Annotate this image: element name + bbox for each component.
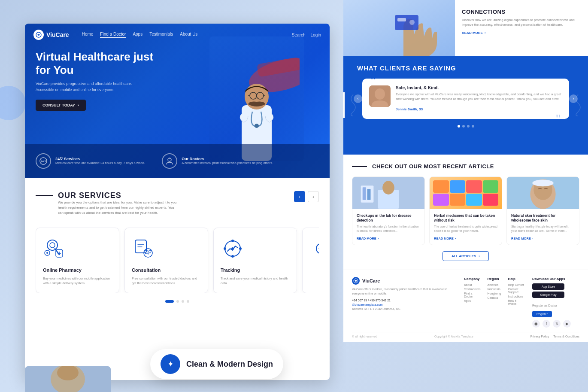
testimonial-next-button[interactable]: ›	[569, 94, 578, 103]
testimonial-dots	[352, 125, 579, 128]
connections-read-more[interactable]: READ MORE ›	[462, 31, 581, 35]
right-panel: CONNECTIONS Discover how we are utilizin…	[343, 0, 588, 392]
dot-4[interactable]	[187, 300, 189, 303]
footer-company-testimonials[interactable]: Testimonials	[464, 288, 481, 291]
footer-instructions[interactable]: Instructions	[508, 295, 525, 298]
footer-region-canada[interactable]: Canada	[488, 296, 501, 299]
svg-point-25	[149, 250, 151, 253]
nav-find-doctor[interactable]: Find a Doctor	[100, 32, 126, 38]
instagram-icon[interactable]: ◉	[532, 320, 540, 328]
tracking-service-name: Tracking	[221, 267, 290, 273]
service-card-tracking[interactable]: Tracking Track and save your medical his…	[213, 228, 297, 293]
footer-phone: +34 567 89 / +99 875 543 21	[352, 299, 457, 302]
article-read-more-2[interactable]: READ MORE ›	[434, 237, 497, 240]
youtube-icon[interactable]: ▶	[563, 320, 571, 328]
footer-help-col: Help Help Center Contact Support Instruc…	[508, 277, 525, 328]
hero-section: ViuCare Home Find a Doctor Apps Testimon…	[25, 24, 330, 178]
stat-doctors-desc: A committed medical professional who pri…	[182, 161, 273, 166]
tracking-icon	[221, 237, 246, 262]
dot-3[interactable]	[182, 300, 184, 303]
stat-247-desc: Medical care who are available 24 hours …	[55, 161, 145, 166]
service-card-consultation[interactable]: Consultation Free consultation with our …	[124, 228, 208, 293]
svg-point-27	[231, 240, 234, 242]
services-section: OUR SERVICES We provide you the options …	[25, 178, 330, 316]
stat-247: 24/7 24/7 Services Medical care who are …	[36, 153, 145, 169]
svg-rect-22	[135, 240, 146, 253]
footer-contact-support[interactable]: Contact Support	[508, 288, 525, 294]
testimonial-card: " Safe, Instant, & Kind. Everyone we spo…	[362, 79, 569, 119]
testimonial-dot-1[interactable]	[458, 125, 460, 128]
service-card-search-partial	[302, 228, 319, 293]
article-read-more-3[interactable]: READ MORE ›	[511, 237, 575, 240]
article-card-2[interactable]: Herbal medicines that can be taken witho…	[429, 176, 502, 245]
footer-privacy[interactable]: Privacy Policy	[530, 335, 549, 338]
service-card-pharmacy[interactable]: Online Pharmacy Buy your medicines with …	[36, 228, 119, 293]
article-read-more-1[interactable]: READ MORE ›	[357, 237, 420, 240]
app-store-badge[interactable]: App Store	[532, 283, 564, 290]
twitter-icon[interactable]: 𝕏	[553, 320, 561, 328]
footer-company-about[interactable]: About	[464, 283, 481, 286]
prev-arrow-button[interactable]: ‹	[294, 191, 305, 202]
section-title-wrapper: OUR SERVICES	[36, 191, 178, 200]
bottom-left-image	[25, 366, 111, 392]
services-grid: Online Pharmacy Buy your medicines with …	[36, 228, 319, 293]
svg-rect-38	[397, 18, 406, 21]
nav-login[interactable]: Login	[311, 33, 321, 37]
article-desc-3: Starting a healthy lifestyle today will …	[511, 225, 575, 233]
stat-247-icon: 24/7	[36, 153, 51, 169]
arrow-icon-1: ›	[378, 237, 379, 240]
arrow-icon-3: ›	[532, 237, 533, 240]
svg-point-31	[231, 247, 234, 250]
footer-company-apps[interactable]: Apps	[464, 299, 481, 302]
testimonials-title: WHAT CLIENTS ARE SAYING	[357, 64, 579, 72]
nav-home[interactable]: Home	[82, 32, 94, 38]
testimonial-title: Safe, Instant, & Kind.	[396, 85, 562, 90]
testimonial-prev-button[interactable]: ‹	[354, 94, 362, 103]
nav-logo[interactable]: ViuCare	[33, 30, 69, 40]
articles-section: CHECK OUT OUR MOST RECENT ARTICLE	[343, 155, 588, 270]
article-card-3[interactable]: Natural skin treatment for wholesome fac…	[506, 176, 579, 245]
footer-email: @viucaretemplate.com	[352, 303, 457, 306]
footer-top: ViuCare ViuCare offers modern, reasonabl…	[352, 277, 579, 328]
testimonial-text: Everyone we spoke with at ViuCare was re…	[396, 92, 562, 102]
next-arrow-button[interactable]: ›	[308, 191, 319, 202]
stat-doctors: Our Doctors A committed medical professi…	[162, 153, 273, 169]
footer-apps-col: Download Our Apps App Store Google Play …	[532, 277, 579, 328]
pharmacy-service-desc: Buy your medicines with our mobile appli…	[43, 276, 112, 286]
footer-company-find-doctor[interactable]: Find a Doctor	[464, 292, 481, 298]
dot-1[interactable]	[165, 300, 174, 303]
all-articles-button[interactable]: ALL ARTICLES ›	[443, 251, 489, 261]
hero-subtitle: ViuCare provides progressive and afforda…	[36, 81, 134, 93]
dot-2[interactable]	[176, 300, 179, 303]
footer-region-america[interactable]: America	[488, 283, 501, 286]
footer-terms[interactable]: Terms & Conditions	[553, 335, 579, 338]
article-title-1: Checkups in the lab for disease detectio…	[357, 213, 420, 223]
footer-help-center[interactable]: Help Center	[508, 283, 525, 286]
nav-arrows: ‹ ›	[294, 191, 319, 202]
consultation-icon	[132, 237, 158, 262]
testimonial-dot-2[interactable]	[462, 125, 465, 128]
nav-apps[interactable]: Apps	[133, 32, 142, 38]
footer-address: Address St. FL 1 2342 District A, US	[352, 307, 457, 310]
svg-point-28	[231, 255, 234, 258]
testimonial-dot-3[interactable]	[467, 125, 470, 128]
consult-button[interactable]: CONSULT TODAY ›	[36, 100, 86, 111]
nav-about[interactable]: About Us	[180, 32, 197, 38]
svg-text:24/7: 24/7	[41, 160, 46, 163]
testimonial-dot-4[interactable]	[472, 125, 474, 128]
articles-title: CHECK OUT OUR MOST RECENT ARTICLE	[372, 163, 494, 170]
arrow-icon-2: ›	[455, 237, 456, 240]
footer-region-indonesia[interactable]: Indonesia	[488, 288, 501, 291]
footer-how-it-works[interactable]: How it Works	[508, 299, 525, 305]
tracking-service-desc: Track and save your medical history and …	[221, 276, 290, 286]
facebook-icon[interactable]: f	[543, 320, 550, 328]
register-doctor-button[interactable]: Register	[532, 311, 552, 317]
google-play-badge[interactable]: Google Play	[532, 292, 564, 298]
nav-testimonials[interactable]: Testimonials	[149, 32, 173, 38]
left-panel: ViuCare Home Find a Doctor Apps Testimon…	[25, 24, 330, 380]
svg-point-44	[382, 181, 394, 194]
footer-region-hongkong[interactable]: Hongkong	[488, 292, 501, 295]
bottle-3	[466, 180, 482, 193]
article-card-1[interactable]: Checkups in the lab for disease detectio…	[352, 176, 425, 245]
stat-247-title: 24/7 Services	[55, 157, 145, 161]
